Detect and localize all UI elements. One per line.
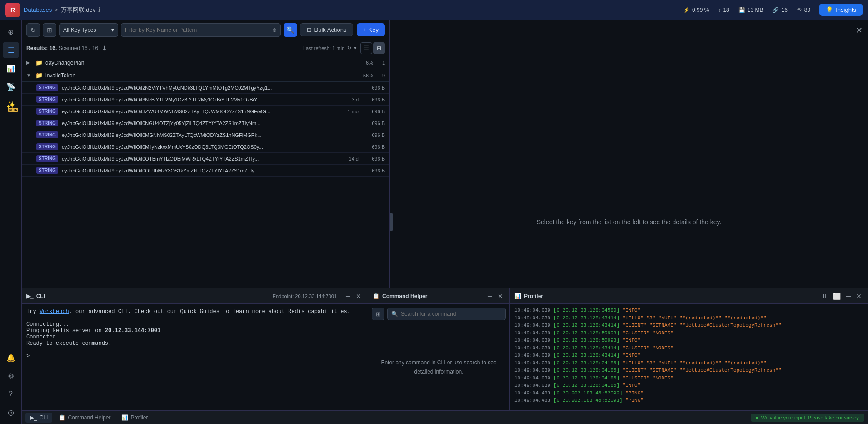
cli-tab-label: CLI [40, 414, 48, 421]
key-type-dropdown[interactable]: All Key Types ▾ [59, 23, 118, 37]
list-item[interactable]: STRING eyJhbGciOiJIUzUxMiJ9.eyJzdWIiOiI0… [22, 141, 389, 153]
endpoint-label: Endpoint: [273, 293, 294, 299]
log-timestamp: 10:49:04.039 [514, 383, 554, 388]
cli-intro-text: Try [26, 308, 40, 315]
view-toggle: ☰ ⊞ [360, 42, 385, 54]
bottom-tabs-bar: ▶_ CLI 📋 Command Helper 📊 Profiler ● We … [22, 410, 868, 424]
log-command: "INFO" [623, 308, 641, 313]
list-item[interactable]: STRING eyJhbGciOiJIUzUxMiJ9.eyJzdWIiOiI0… [22, 153, 389, 165]
profiler-log-line: 10:49:04.039 [0 20.12.33.128:43414] "CLU… [514, 344, 863, 352]
profiler-clear-button[interactable]: ⬜ [831, 292, 843, 301]
cli-close-button[interactable]: ✕ [354, 292, 363, 301]
log-timestamp: 10:49:04.483 [514, 390, 554, 396]
commands-stat: 👁 89 [797, 7, 810, 13]
list-item[interactable]: STRING eyJhbGciOiJIUzUxMiJ9.eyJzdWIiOiI3… [22, 94, 389, 106]
command-helper-placeholder: Enter any command in CLI or use search t… [377, 358, 500, 376]
sidebar-item-analytics[interactable]: 📊 [3, 60, 19, 76]
cmd-search-input[interactable] [401, 311, 502, 317]
folder-daychangeplan[interactable]: ▶ 📁 dayChangePlan 6% 1 [22, 56, 389, 69]
sidebar-item-github[interactable]: ◎ [3, 404, 19, 420]
cmd-filter-button[interactable]: ⊞ [372, 308, 384, 320]
key-size: 696 B [362, 97, 385, 102]
folder-count: 1 [376, 60, 385, 66]
log-command: "CLUSTER" "NODES" [623, 345, 673, 351]
cpu-icon: ⚡ [683, 7, 690, 13]
search-button[interactable]: 🔍 [284, 23, 297, 37]
log-address: [0 20.202.183.46:52092] [554, 390, 625, 396]
survey-notice[interactable]: ● We value your input. Please take our s… [751, 414, 864, 422]
key-list-header: Results: 16. Scanned 16 / 16 ⬇ Last refr… [22, 40, 389, 56]
sidebar-item-browser[interactable]: ☰ [3, 42, 19, 58]
list-item[interactable]: STRING eyJhbGciOiJIUzUxMiJ9.eyJzdWIiOiI3… [22, 106, 389, 117]
key-name: eyJhbGciOiJIUzUxMiJ9.eyJzdWIiOiI0NGU4OTZ… [62, 121, 337, 126]
workbench-link[interactable]: Workbench [40, 308, 69, 315]
log-timestamp: 10:49:04.039 [514, 315, 554, 321]
breadcrumb-databases-link[interactable]: Databases [24, 6, 52, 13]
list-item[interactable]: STRING eyJhbGciOiJIUzUxMiJ9.eyJzdWIiOiI2… [22, 82, 389, 94]
key-name: eyJhbGciOiJIUzUxMiJ9.eyJzdWIiOiI0MGNhMS0… [62, 132, 337, 138]
key-type-badge: STRING [36, 131, 58, 138]
key-size: 696 B [362, 85, 385, 91]
cli-panel-title: ▶_ CLI [26, 293, 45, 299]
cmd-minimize-button[interactable]: ─ [486, 292, 494, 301]
bulk-actions-button[interactable]: ⊡ Bulk Actions [300, 23, 354, 36]
list-view-button[interactable]: ☰ [360, 42, 372, 54]
filter-icon-button[interactable]: ⊞ [43, 23, 56, 37]
close-detail-button[interactable]: ✕ [856, 25, 863, 35]
profiler-minimize-button[interactable]: ─ [844, 292, 853, 301]
log-address: [0 20.12.33.128:43414] [554, 315, 623, 321]
bulk-actions-label: Bulk Actions [314, 26, 347, 33]
list-item[interactable]: STRING eyJhbGciOiJIUzUxMiJ9.eyJzdWIiOiI0… [22, 129, 389, 141]
sidebar-item-help[interactable]: ? [3, 386, 19, 402]
refresh-icon[interactable]: ↻ [347, 45, 351, 51]
log-timestamp: 10:49:04.039 [514, 330, 554, 336]
list-item[interactable]: STRING eyJhbGciOiJIUzUxMiJ9.eyJzdWIiOiI0… [22, 117, 389, 129]
cmd-close-button[interactable]: ✕ [496, 292, 505, 301]
key-size: 696 B [362, 132, 385, 138]
add-key-button[interactable]: + Key [357, 23, 385, 36]
breadcrumb-separator: > [55, 6, 58, 13]
tab-command-helper[interactable]: 📋 Command Helper [54, 413, 115, 423]
profiler-pause-button[interactable]: ⏸ [819, 292, 829, 301]
tab-profiler[interactable]: 📊 Profiler [117, 413, 152, 423]
sidebar-item-beta[interactable]: ✨ BETA [3, 96, 19, 113]
key-name: eyJhbGciOiJIUzUxMiJ9.eyJzdWIiOiI3ZWU4MWN… [62, 109, 337, 114]
panel-resize-handle[interactable] [390, 213, 393, 231]
log-address: [0 20.12.33.128:43414] [554, 353, 623, 358]
key-search-input[interactable] [125, 27, 272, 33]
folder-count: 9 [376, 73, 385, 78]
sidebar-item-add[interactable]: ⊕ [3, 24, 19, 40]
folder-icon: 📁 [35, 59, 43, 66]
log-address: [0 20.12.33.128:34186] [554, 383, 623, 388]
insights-button[interactable]: 💡 Insights [819, 4, 863, 16]
tab-cli[interactable]: ▶_ CLI [25, 413, 52, 423]
profiler-log-line: 10:49:04.039 [0 20.12.33.128:34186] "INF… [514, 382, 863, 389]
folder-collapsed-icon: ▶ [26, 60, 33, 65]
refresh-chevron-icon[interactable]: ▾ [354, 45, 357, 51]
command-helper-content: Enter any command in CLI or use search t… [368, 324, 509, 410]
profiler-close-button[interactable]: ✕ [854, 292, 863, 301]
refresh-icon-button[interactable]: ↻ [26, 23, 40, 37]
command-helper-icon: 📋 [373, 293, 379, 299]
command-helper-tab-label: Command Helper [68, 414, 110, 421]
profiler-header-actions: ⏸ ⬜ ─ ✕ [819, 292, 863, 301]
cmd-panel-actions: ─ ✕ [486, 292, 505, 301]
survey-dot-icon: ● [755, 415, 758, 420]
key-type-badge: STRING [36, 143, 58, 150]
sidebar-item-pubsub[interactable]: 📡 [3, 78, 19, 95]
key-type-badge: STRING [36, 155, 58, 162]
profiler-log-line: 10:49:04.483 [0 20.202.183.46:52091] "PI… [514, 397, 863, 404]
command-helper-header: 📋 Command Helper ─ ✕ [368, 288, 509, 304]
add-key-label: + Key [363, 26, 379, 33]
sidebar-item-settings[interactable]: ⚙ [3, 368, 19, 384]
log-command: "INFO" [623, 338, 641, 343]
sidebar-item-notifications[interactable]: 🔔 [3, 349, 19, 366]
key-type-badge: STRING [36, 96, 58, 103]
export-icon-button[interactable]: ⬇ [102, 45, 107, 52]
cli-minimize-button[interactable]: ─ [344, 292, 352, 301]
grid-view-button[interactable]: ⊞ [373, 42, 385, 54]
sidebar: ⊕ ☰ 📊 📡 ✨ BETA 🔔 ⚙ ? ◎ [0, 20, 22, 424]
info-icon[interactable]: ℹ [98, 6, 100, 13]
folder-invalidtoken[interactable]: ▼ 📁 invalidToken 56% 9 [22, 69, 389, 82]
list-item[interactable]: STRING eyJhbGciOiJIUzUxMiJ9.eyJzdWIiOiI0… [22, 165, 389, 177]
